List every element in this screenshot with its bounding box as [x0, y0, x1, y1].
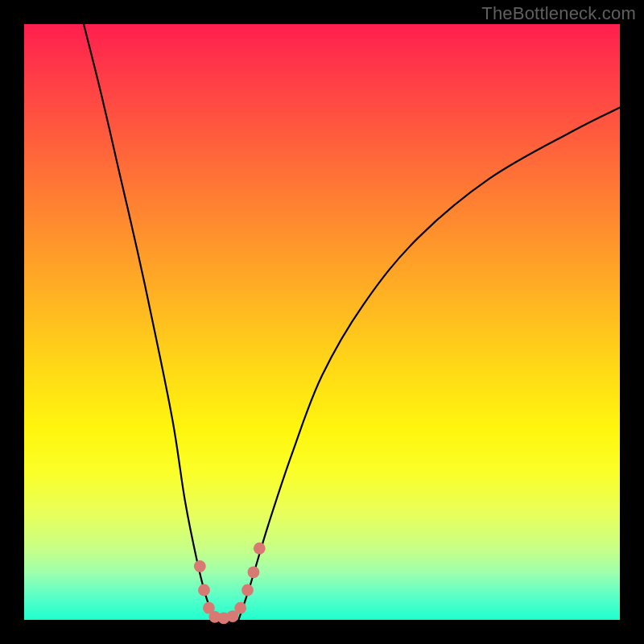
bottom-markers [194, 543, 266, 624]
right-branch-curve [238, 108, 620, 620]
marker-point [234, 602, 246, 614]
marker-point [242, 584, 254, 597]
left-branch-curve [84, 24, 215, 620]
marker-point [254, 543, 266, 555]
watermark-text: TheBottleneck.com [481, 3, 636, 24]
curve-layer [24, 24, 620, 620]
marker-point [194, 560, 206, 572]
marker-point [198, 584, 210, 597]
plot-area [24, 24, 620, 620]
chart-frame: TheBottleneck.com [0, 0, 644, 644]
marker-point [248, 566, 260, 578]
